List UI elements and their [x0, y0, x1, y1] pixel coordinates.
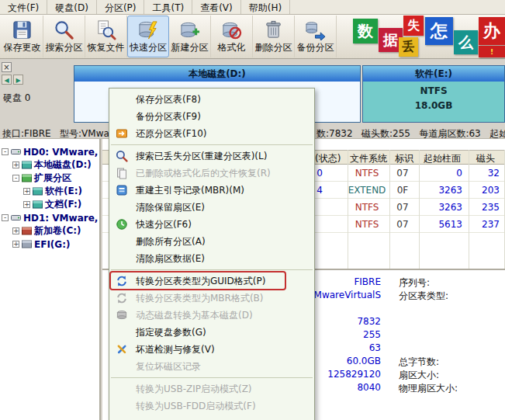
table-cell: 203 — [469, 185, 500, 196]
tree-item-new-volume-c[interactable]: +新加卷(C:) — [0, 224, 99, 238]
partition-block-software-e[interactable]: 软件(E:)NTFS18.0GB — [362, 65, 505, 123]
menu-separator — [111, 377, 313, 378]
expand-icon[interactable]: + — [12, 161, 19, 168]
menubar-item-help[interactable]: 帮助(H) — [241, 0, 290, 14]
table-cell: NTFS — [348, 219, 386, 230]
menu-item-label: 转换为USB-ZIP启动模式(Z) — [136, 383, 252, 396]
table-cell: 235 — [469, 202, 500, 213]
column-header[interactable]: 起始柱面 — [419, 152, 465, 165]
partition-tree: -HD0: VMware, VMw+本地磁盘(D:)-扩展分区+软件(E:)+文… — [0, 139, 101, 420]
ad-banner-tile[interactable]: 办 — [479, 17, 505, 45]
menu-item-save-partition-table[interactable]: 保存分区表(F8) — [109, 91, 314, 108]
collapse-icon[interactable]: - — [2, 148, 9, 155]
column-header[interactable]: 磁头 — [469, 152, 503, 165]
toolbar-new-partition-button[interactable]: 新建分区 — [169, 16, 211, 57]
ad-banner-tile[interactable]: 么 — [454, 30, 478, 54]
column-header[interactable]: (状态) — [315, 152, 349, 165]
table-cell: NTFS — [348, 168, 386, 179]
ad-banner-tile[interactable]: 数 — [353, 19, 378, 43]
tree-item-label: 软件(E:) — [45, 185, 82, 198]
ad-banner-tile[interactable]: ! — [479, 46, 505, 57]
convert-mbr-icon — [112, 292, 131, 304]
menu-item-convert-to-mbr[interactable]: 转换分区表类型为MBR格式(B) — [109, 290, 314, 307]
tree-item-extended-partition[interactable]: -扩展分区 — [0, 172, 99, 185]
table-cell: 5613 — [419, 219, 462, 230]
partition-teal-icon — [22, 160, 32, 170]
expand-icon[interactable]: + — [23, 188, 30, 195]
quick-partition-icon — [138, 19, 159, 40]
menubar-item-tools[interactable]: 工具(T) — [144, 0, 192, 14]
table-cell: 07 — [389, 202, 416, 213]
toolbar-format-button[interactable]: 格式化 — [211, 16, 253, 57]
column-header[interactable]: 标识 — [389, 152, 419, 165]
toolbar-search-partition-button[interactable]: 搜索分区 — [43, 16, 85, 57]
toolbar-recover-files-button[interactable]: 恢复文件 — [85, 16, 127, 57]
partition-teal-icon — [33, 186, 43, 196]
expand-icon[interactable]: + — [12, 227, 19, 234]
menu-item-label: 清除扇区数据(E) — [136, 252, 205, 266]
collapse-icon[interactable]: - — [2, 214, 9, 221]
close-icon[interactable]: × — [2, 62, 12, 72]
expand-icon[interactable]: + — [23, 201, 30, 208]
ad-banner-tile[interactable]: 丢 — [399, 37, 418, 57]
menubar-item-view[interactable]: 查看(V) — [192, 0, 241, 14]
menu-item-label: 已删除或格式化后的文件恢复(R) — [136, 167, 271, 180]
menubar-item-partition[interactable]: 分区(P) — [97, 0, 145, 14]
menu-item-restore-partition-table[interactable]: 还原分区表(F10) — [109, 125, 314, 142]
menu-item-recover-deleted-files[interactable]: 已删除或格式化后的文件恢复(R) — [109, 165, 314, 182]
table-gridline — [469, 150, 469, 269]
tree-item-hd1[interactable]: -HD1: VMware, VMw — [0, 211, 99, 224]
table-cell: 0F — [389, 185, 416, 196]
collapse-icon[interactable]: - — [12, 175, 19, 182]
nav-right-arrow-icon[interactable]: ▶ — [13, 75, 23, 85]
menu-item-usb-zip-mode[interactable]: 转换为USB-ZIP启动模式(Z) — [109, 380, 314, 397]
tree-item-docs-f[interactable]: +文档(F:) — [0, 198, 99, 211]
ad-banner-tile[interactable]: 怎 — [425, 17, 453, 45]
menu-item-convert-to-guid[interactable]: 转换分区表类型为GUID格式(P) — [109, 272, 314, 290]
tree-item-efi-g[interactable]: +EFI(G:) — [0, 238, 99, 251]
partition-teal-icon — [33, 200, 43, 210]
menu-item-bad-track-check[interactable]: 坏道检测与修复(V) — [109, 341, 314, 358]
table-cell: 0 — [419, 168, 462, 179]
table-cell: 237 — [469, 219, 500, 230]
partition-title: 软件(E:) — [363, 66, 504, 82]
menu-item-clear-reserved-sectors[interactable]: 清除保留扇区(E) — [109, 199, 314, 216]
table-cell: 07 — [389, 219, 416, 230]
menu-item-usb-fdd-mode[interactable]: 转换为USB-FDD启动模式(F) — [109, 397, 314, 415]
menu-item-set-disk-params[interactable]: 指定硬盘参数(G) — [109, 324, 314, 341]
toolbar-backup-partition-button[interactable]: 备份分区 — [295, 16, 337, 57]
menu-item-search-lost-partitions[interactable]: 搜索已丢失分区(重建分区表)(L) — [109, 148, 314, 165]
column-header[interactable]: 文件系统 — [348, 152, 389, 165]
toolbar-delete-partition-button[interactable]: 删除分区 — [253, 16, 295, 57]
menu-item-quick-partition[interactable]: 快速分区(F6) — [109, 216, 314, 233]
tree-item-label: 新加卷(C:) — [34, 224, 81, 238]
tree-item-local-disk-d[interactable]: +本地磁盘(D:) — [0, 158, 99, 172]
menubar-item-file[interactable]: 文件(F) — [0, 0, 47, 14]
menu-item-delete-all-partitions[interactable]: 删除所有分区(A) — [109, 233, 314, 250]
menu-item-reset-bad-sectors[interactable]: 复位坏磁区记录 — [109, 358, 314, 375]
menu-item-label: 转换分区表类型为GUID格式(P) — [136, 275, 265, 288]
table-gridline — [419, 150, 420, 269]
menu-item-rebuild-mbr[interactable]: 重建主引导记录(MBR)(M) — [109, 182, 314, 199]
restore-table-icon — [112, 127, 131, 140]
ad-banner-tile[interactable]: 失 — [403, 16, 424, 36]
dynamic-disk-icon — [112, 309, 131, 321]
nav-left-arrow-icon[interactable]: ◀ — [2, 75, 12, 85]
menu-item-label: 还原分区表(F10) — [136, 127, 207, 141]
new-partition-icon — [179, 19, 200, 40]
tree-item-hd0[interactable]: -HD0: VMware, VMw — [0, 145, 99, 158]
menu-item-dynamic-to-basic[interactable]: 动态磁盘转换为基本磁盘(D) — [109, 307, 314, 324]
toolbar-save-changes-button[interactable]: 保存更改 — [2, 16, 43, 57]
menubar-item-disk[interactable]: 硬盘(D) — [47, 0, 97, 14]
toolbar-quick-partition-button[interactable]: 快速分区 — [127, 16, 169, 57]
file-recovery-icon — [112, 167, 131, 179]
partition-red-icon — [22, 226, 32, 236]
menu-item-label: 转换分区表类型为MBR格式(B) — [136, 292, 264, 305]
menu-item-backup-partition-table[interactable]: 备份分区表(F9) — [109, 108, 314, 125]
toolbar-button-label: 新建分区 — [171, 41, 209, 54]
table-cell: 3263 — [419, 202, 462, 213]
detail-label: 序列号: — [399, 276, 430, 290]
tree-item-software-e[interactable]: +软件(E:) — [0, 185, 99, 198]
expand-icon[interactable]: + — [12, 241, 19, 248]
menu-item-clear-sector-data[interactable]: 清除扇区数据(E) — [109, 250, 314, 267]
